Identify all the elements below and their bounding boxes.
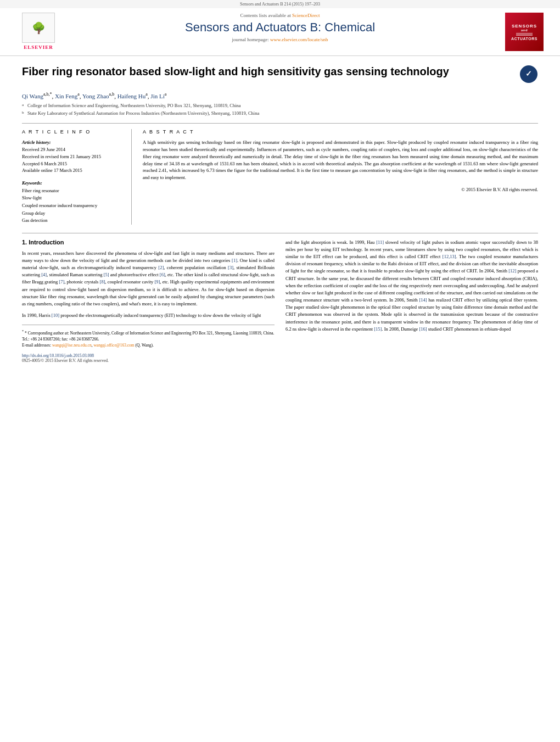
ref-5[interactable]: [5]: [104, 272, 109, 277]
homepage-link[interactable]: www.elsevier.com/locate/snb: [270, 37, 328, 42]
crossmark-icon: ✓: [520, 65, 537, 83]
keyword-2: Slow-light: [22, 194, 123, 202]
section1-para1: In recent years, researchers have discov…: [22, 250, 275, 308]
doi-text: Sensors and Actuators B 214 (2015) 197–2…: [240, 2, 320, 7]
footnote-star: * * Corresponding author at: Northeaster…: [22, 328, 275, 336]
keyword-5: Gas detection: [22, 217, 123, 225]
ref-9[interactable]: [9]: [154, 279, 160, 284]
ref-16[interactable]: [16]: [419, 326, 427, 332]
journal-title: Sensors and Actuators B: Chemical: [185, 20, 375, 35]
revised-date: Received in revised form 21 January 2015: [22, 153, 123, 160]
doi-line: Sensors and Actuators B 214 (2015) 197–2…: [0, 0, 560, 8]
copyright-line: © 2015 Elsevier B.V. All rights reserved…: [143, 187, 538, 192]
article-divider: [22, 233, 538, 233]
header-top-row: 🌳 ELSEVIER Contents lists available at S…: [16, 13, 544, 51]
ref-2[interactable]: [2]: [158, 265, 164, 270]
elsevier-logo: 🌳 ELSEVIER: [16, 13, 60, 50]
article-info-abstract-section: A R T I C L E I N F O Article history: R…: [22, 123, 538, 224]
footnote-area: * * Corresponding author at: Northeaster…: [22, 325, 275, 348]
email-link-1[interactable]: wangqi@ise.neu.edu.cn: [52, 343, 92, 348]
article-body: Fiber ring resonator based slow-light an…: [0, 56, 560, 371]
and-text: and: [521, 29, 528, 32]
abstract-column: A B S T R A C T A high sensitivity gas s…: [143, 129, 538, 224]
crossmark-logo: ✓: [519, 64, 538, 83]
ref-3[interactable]: [3]: [228, 265, 233, 270]
sensors-actuators-logo: SENSORS and ACTUATORS: [500, 13, 544, 51]
section1-title: 1. Introduction: [22, 239, 275, 246]
ref-7[interactable]: [7]: [59, 279, 64, 284]
author-xin-feng[interactable]: Xin Feng: [55, 93, 77, 99]
main-content: 1. Introduction In recent years, researc…: [22, 239, 538, 363]
ref-4[interactable]: [4]: [41, 272, 47, 277]
tree-icon: 🌳: [32, 21, 46, 35]
article-info-column: A R T I C L E I N F O Article history: R…: [22, 129, 132, 224]
content-left: 1. Introduction In recent years, researc…: [22, 239, 275, 363]
footnote-email: E-mail addresses: wangqi@ise.neu.edu.cn,…: [22, 342, 275, 348]
available-date: Available online 17 March 2015: [22, 167, 123, 174]
author-jin-li[interactable]: Jin Li: [150, 93, 164, 99]
email-link-2[interactable]: wangqi.office@163.com: [93, 343, 134, 348]
article-title: Fiber ring resonator based slow-light an…: [22, 64, 519, 79]
footer-copyright: 0925-4005/© 2015 Elsevier B.V. All right…: [22, 358, 275, 363]
author-yong-zhao[interactable]: Yong Zhao: [82, 93, 109, 99]
ref-11[interactable]: [11]: [376, 239, 384, 245]
sciencedirect-line: Contents lists available at ScienceDirec…: [240, 13, 320, 18]
sensors-logo-box: SENSORS and ACTUATORS: [505, 13, 544, 51]
ref-10[interactable]: [10]: [52, 313, 59, 318]
ref-15[interactable]: [15]: [374, 326, 382, 332]
history-label: Article history:: [22, 139, 123, 146]
author-haifeng-hu[interactable]: Haifeng Hu: [117, 93, 146, 99]
keyword-1: Fiber ring resonator: [22, 187, 123, 195]
keyword-3: Coupled resonator induced transparency: [22, 202, 123, 210]
section1-para-right: and the light absorption is weak. In 199…: [285, 239, 538, 333]
author-qi-wang[interactable]: Qi Wang: [22, 93, 43, 99]
keywords-block: Keywords: Fiber ring resonator Slow-ligh…: [22, 180, 123, 225]
content-right: and the light absorption is weak. In 199…: [285, 239, 538, 363]
authors-line: Qi Wanga,b,*, Xin Fenga, Yong Zhaoa,b, H…: [22, 92, 538, 99]
section1-para2: In 1990, Harris [10] proposed the electr…: [22, 312, 275, 319]
affiliations: a College of Information Science and Eng…: [22, 103, 538, 117]
footnote-tel: Tel.: +86 24 83687266; fax: +86 24 83687…: [22, 336, 275, 342]
article-footer: http://dx.doi.org/10.1016/j.snb.2015.03.…: [22, 353, 275, 358]
affiliation-b: b State Key Laboratory of Synthetical Au…: [22, 110, 538, 117]
article-history: Article history: Received 29 June 2014 R…: [22, 139, 123, 174]
ref-8[interactable]: [8]: [100, 279, 105, 284]
ref-12[interactable]: [12]: [508, 268, 516, 274]
abstract-heading: A B S T R A C T: [143, 129, 538, 135]
page: Sensors and Actuators B 214 (2015) 197–2…: [0, 0, 560, 742]
keyword-4: Group delay: [22, 210, 123, 217]
ref-6[interactable]: [6]: [160, 272, 165, 277]
received-date: Received 29 June 2014: [22, 146, 123, 153]
accepted-date: Accepted 6 March 2015: [22, 160, 123, 168]
keywords-label: Keywords:: [22, 180, 123, 187]
elsevier-logo-box: 🌳: [22, 13, 55, 43]
actuators-text: ACTUATORS: [511, 37, 537, 41]
doi-link[interactable]: http://dx.doi.org/10.1016/j.snb.2015.03.…: [22, 353, 94, 358]
affiliation-a: a College of Information Science and Eng…: [22, 103, 538, 109]
ref-1[interactable]: [1]: [232, 258, 237, 263]
elsevier-label: ELSEVIER: [24, 44, 53, 50]
journal-header: 🌳 ELSEVIER Contents lists available at S…: [0, 8, 560, 56]
article-info-heading: A R T I C L E I N F O: [22, 129, 123, 135]
ref-14[interactable]: [14]: [419, 297, 427, 303]
sciencedirect-link[interactable]: ScienceDirect: [292, 13, 320, 18]
journal-homepage: journal homepage: www.elsevier.com/locat…: [232, 37, 328, 42]
abstract-text: A high sensitivity gas sensing technolog…: [143, 139, 538, 181]
article-title-section: Fiber ring resonator based slow-light an…: [22, 64, 538, 86]
sensors-text: SENSORS: [512, 24, 537, 29]
ref-12-13[interactable]: [12,13]: [443, 254, 456, 259]
journal-center: Contents lists available at ScienceDirec…: [60, 13, 500, 42]
